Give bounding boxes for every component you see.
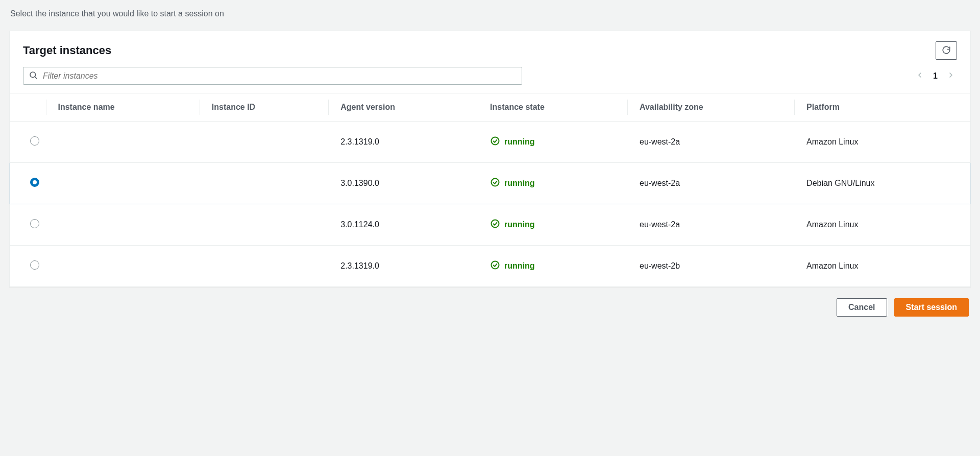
- status-ok-icon: [490, 219, 500, 231]
- col-instance-name[interactable]: Instance name: [46, 93, 200, 122]
- row-radio[interactable]: [30, 260, 39, 270]
- start-session-button[interactable]: Start session: [894, 298, 969, 317]
- cancel-button[interactable]: Cancel: [837, 298, 887, 317]
- filter-input[interactable]: [43, 71, 517, 81]
- table-row[interactable]: 2.3.1319.0runningeu-west-2aAmazon Linux: [10, 122, 970, 163]
- col-platform[interactable]: Platform: [794, 93, 970, 122]
- chevron-left-icon: [916, 71, 924, 81]
- page-subtitle: Select the instance that you would like …: [9, 9, 971, 18]
- cell-availability-zone: eu-west-2a: [627, 163, 794, 204]
- cell-instance-name: [46, 204, 200, 246]
- refresh-button[interactable]: [936, 41, 957, 60]
- pagination: 1: [916, 71, 957, 81]
- svg-point-2: [492, 137, 499, 145]
- cell-agent-version: 2.3.1319.0: [328, 122, 478, 163]
- svg-point-4: [492, 220, 499, 228]
- cell-instance-name: [46, 163, 200, 204]
- chevron-right-icon: [947, 71, 955, 81]
- cell-instance-state: running: [478, 122, 627, 163]
- instances-table: Instance name Instance ID Agent version …: [10, 93, 970, 286]
- cell-availability-zone: eu-west-2a: [627, 204, 794, 246]
- col-availability-zone[interactable]: Availability zone: [627, 93, 794, 122]
- col-select: [10, 93, 46, 122]
- svg-point-5: [492, 261, 499, 269]
- cell-instance-id: [200, 122, 328, 163]
- cell-instance-state: running: [478, 204, 627, 246]
- page-number: 1: [933, 71, 938, 81]
- svg-line-1: [35, 77, 36, 78]
- cell-availability-zone: eu-west-2a: [627, 122, 794, 163]
- table-row[interactable]: 3.0.1390.0runningeu-west-2aDebian GNU/Li…: [10, 163, 970, 204]
- cell-instance-id: [200, 204, 328, 246]
- footer-actions: Cancel Start session: [9, 287, 971, 320]
- target-instances-panel: Target instances 1: [9, 31, 971, 287]
- table-row[interactable]: 3.0.1124.0runningeu-west-2aAmazon Linux: [10, 204, 970, 246]
- status-ok-icon: [490, 136, 500, 148]
- next-page-button[interactable]: [947, 71, 955, 81]
- cell-platform: Amazon Linux: [794, 204, 970, 246]
- col-instance-state[interactable]: Instance state: [478, 93, 627, 122]
- row-radio[interactable]: [30, 178, 39, 187]
- cell-platform: Debian GNU/Linux: [794, 163, 970, 204]
- status-ok-icon: [490, 260, 500, 272]
- cell-agent-version: 3.0.1124.0: [328, 204, 478, 246]
- table-row[interactable]: 2.3.1319.0runningeu-west-2bAmazon Linux: [10, 246, 970, 287]
- cell-agent-version: 2.3.1319.0: [328, 246, 478, 287]
- row-radio[interactable]: [30, 136, 39, 146]
- cell-availability-zone: eu-west-2b: [627, 246, 794, 287]
- cell-platform: Amazon Linux: [794, 246, 970, 287]
- refresh-icon: [942, 45, 951, 56]
- cell-agent-version: 3.0.1390.0: [328, 163, 478, 204]
- prev-page-button[interactable]: [916, 71, 924, 81]
- cell-instance-id: [200, 246, 328, 287]
- cell-instance-state: running: [478, 163, 627, 204]
- row-radio[interactable]: [30, 219, 39, 228]
- col-instance-id[interactable]: Instance ID: [200, 93, 328, 122]
- filter-instances-field[interactable]: [23, 67, 522, 85]
- svg-point-3: [492, 179, 499, 186]
- col-agent-version[interactable]: Agent version: [328, 93, 478, 122]
- panel-title: Target instances: [23, 44, 111, 57]
- cell-platform: Amazon Linux: [794, 122, 970, 163]
- cell-instance-id: [200, 163, 328, 204]
- cell-instance-name: [46, 122, 200, 163]
- cell-instance-name: [46, 246, 200, 287]
- cell-instance-state: running: [478, 246, 627, 287]
- status-ok-icon: [490, 177, 500, 189]
- search-icon: [29, 70, 43, 81]
